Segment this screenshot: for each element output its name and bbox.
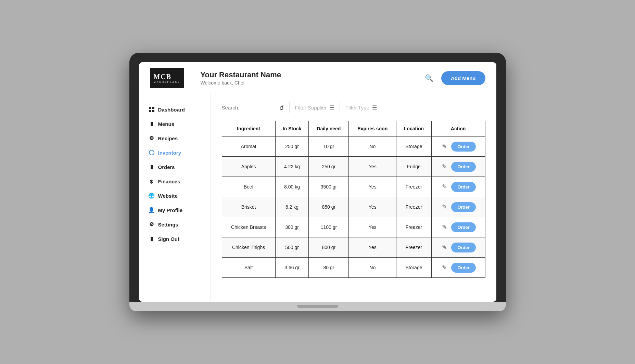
- order-button[interactable]: Order: [451, 222, 475, 232]
- sidebar-label-recipes: Recipes: [158, 135, 178, 141]
- add-menu-button[interactable]: Add Menu: [441, 71, 485, 85]
- table-row: Brisket6.2 kg850 grYesFreezer ✎ Order: [222, 197, 485, 217]
- edit-button[interactable]: ✎: [441, 141, 448, 152]
- sidebar-item-orders[interactable]: ▮ Orders: [139, 160, 211, 174]
- logo-subtext: MYCHEFBASE: [153, 81, 180, 83]
- sign-out-icon: ▮: [149, 236, 155, 242]
- cell-4: Freezer: [396, 237, 432, 258]
- order-button[interactable]: Order: [451, 142, 475, 152]
- order-button[interactable]: Order: [451, 202, 475, 212]
- sidebar-item-my-profile[interactable]: 👤 My Profile: [139, 203, 211, 217]
- svg-point-4: [149, 150, 154, 155]
- edit-button[interactable]: ✎: [441, 161, 448, 172]
- cell-4: Storage: [396, 136, 432, 157]
- logo-text: MCB: [153, 73, 180, 81]
- cell-4: Freezer: [396, 177, 432, 197]
- orders-icon: ▮: [149, 164, 155, 170]
- sidebar: Dashboard ▮ Menus ⚙ Recipes: [139, 94, 211, 302]
- sidebar-item-recipes[interactable]: ⚙ Recipes: [139, 131, 211, 145]
- cell-0: Apples: [222, 157, 275, 177]
- filter-supplier-icon: ☰: [329, 104, 334, 111]
- recipes-icon: ⚙: [149, 135, 155, 141]
- cell-1: 500 gr: [275, 237, 309, 258]
- inventory-icon: [149, 150, 155, 156]
- cell-2: 800 gr: [309, 237, 349, 258]
- edit-button[interactable]: ✎: [441, 262, 448, 273]
- cell-1: 300 gr: [275, 217, 309, 237]
- order-button[interactable]: Order: [451, 162, 475, 172]
- cell-2: 250 gr: [309, 157, 349, 177]
- action-cell: ✎ Order: [431, 136, 485, 157]
- table-row: Chicken Breasts300 gr1100 grYesFreezer ✎…: [222, 217, 485, 237]
- edit-button[interactable]: ✎: [441, 222, 448, 232]
- search-circle-icon[interactable]: ☌: [279, 103, 284, 112]
- sidebar-label-website: Website: [158, 193, 178, 199]
- header-search-button[interactable]: 🔍: [422, 71, 436, 85]
- sidebar-label-menus: Menus: [158, 121, 175, 127]
- svg-rect-1: [152, 107, 154, 109]
- order-button[interactable]: Order: [451, 243, 475, 252]
- sidebar-item-dashboard[interactable]: Dashboard: [139, 102, 211, 117]
- cell-1: 3.66 gr: [275, 258, 309, 278]
- settings-icon: ⚙: [149, 221, 155, 228]
- inventory-table: Ingredient In Stock Daily need Expires s…: [222, 121, 485, 278]
- col-header-ingredient: Ingredient: [222, 121, 275, 136]
- main-body: Dashboard ▮ Menus ⚙ Recipes: [139, 94, 496, 302]
- cell-2: 1100 gr: [309, 217, 349, 237]
- sidebar-item-finances[interactable]: $ Finances: [139, 174, 211, 188]
- sidebar-item-menus[interactable]: ▮ Menus: [139, 117, 211, 131]
- grid-icon: [149, 106, 155, 113]
- cell-4: Freezer: [396, 217, 432, 237]
- edit-button[interactable]: ✎: [441, 202, 448, 212]
- cell-1: 6.2 kg: [275, 197, 309, 217]
- user-icon: 👤: [149, 207, 155, 213]
- sidebar-label-orders: Orders: [158, 164, 175, 170]
- filter-divider-1: [289, 102, 290, 113]
- order-button[interactable]: Order: [451, 263, 475, 273]
- cell-1: 250 gr: [275, 136, 309, 157]
- table-header-row: Ingredient In Stock Daily need Expires s…: [222, 121, 485, 136]
- cell-3: Yes: [349, 177, 396, 197]
- cell-0: Beef: [222, 177, 275, 197]
- header-actions: 🔍 Add Menu: [422, 71, 485, 85]
- restaurant-name: Your Restaurant Name: [201, 70, 414, 79]
- cell-2: 3500 gr: [309, 177, 349, 197]
- cell-1: 4.22 kg: [275, 157, 309, 177]
- cell-3: No: [349, 258, 396, 278]
- sidebar-label-finances: Finances: [158, 179, 180, 184]
- svg-rect-2: [149, 110, 151, 112]
- table-row: Aromat250 gr10 grNoStorage ✎ Order: [222, 136, 485, 157]
- cell-0: Salt: [222, 258, 275, 278]
- sidebar-item-inventory[interactable]: Inventory: [139, 145, 211, 160]
- sidebar-item-sign-out[interactable]: ▮ Sign Out: [139, 232, 211, 246]
- filter-type[interactable]: Filter Type ☰: [345, 104, 377, 111]
- cell-4: Freezer: [396, 197, 432, 217]
- logo: MCB MYCHEFBASE: [150, 68, 184, 88]
- cell-3: Yes: [349, 197, 396, 217]
- sidebar-label-dashboard: Dashboard: [158, 107, 185, 113]
- action-cell: ✎ Order: [431, 157, 485, 177]
- cell-0: Brisket: [222, 197, 275, 217]
- table-row: Apples4.22 kg250 grYesFridge ✎ Order: [222, 157, 485, 177]
- filter-supplier[interactable]: Filter Supplier ☰: [295, 104, 334, 111]
- cell-3: Yes: [349, 157, 396, 177]
- action-cell: ✎ Order: [431, 258, 485, 278]
- col-header-in-stock: In Stock: [275, 121, 309, 136]
- cell-4: Storage: [396, 258, 432, 278]
- search-input[interactable]: [222, 105, 277, 110]
- sidebar-item-website[interactable]: 🌐 Website: [139, 188, 211, 203]
- header: MCB MYCHEFBASE Your Restaurant Name Welc…: [139, 62, 496, 94]
- col-header-location: Location: [396, 121, 432, 136]
- cell-1: 8.00 kg: [275, 177, 309, 197]
- table-row: Salt3.66 gr80 grNoStorage ✎ Order: [222, 258, 485, 278]
- edit-button[interactable]: ✎: [441, 242, 448, 252]
- edit-button[interactable]: ✎: [441, 182, 448, 192]
- cell-4: Fridge: [396, 157, 432, 177]
- cell-2: 80 gr: [309, 258, 349, 278]
- sidebar-item-settings[interactable]: ⚙ Settings: [139, 217, 211, 232]
- table-row: Chicken Thighs500 gr800 grYesFreezer ✎ O…: [222, 237, 485, 258]
- action-cell: ✎ Order: [431, 197, 485, 217]
- order-button[interactable]: Order: [451, 182, 475, 192]
- filter-type-label: Filter Type: [345, 105, 369, 110]
- col-header-daily-need: Daily need: [309, 121, 349, 136]
